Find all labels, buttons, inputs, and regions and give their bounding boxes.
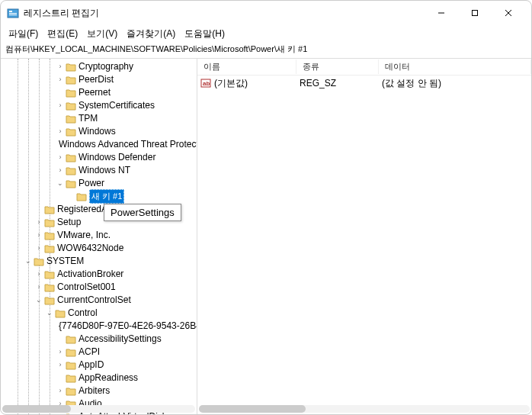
chevron-right-icon[interactable]: › [34, 216, 43, 229]
folder-icon [66, 387, 76, 396]
folder-icon [66, 153, 76, 162]
chevron-right-icon[interactable]: › [34, 268, 43, 281]
tree-item[interactable]: ›PeerDist [1, 73, 197, 86]
tree-item[interactable]: Windows Advanced Threat Protectic [1, 138, 197, 151]
chevron-right-icon[interactable]: › [56, 125, 65, 138]
close-button[interactable] [492, 2, 525, 24]
menu-favorites[interactable]: 즐겨찾기(A) [122, 26, 180, 42]
chevron-right-icon[interactable]: › [34, 281, 43, 294]
tree-item[interactable]: AppReadiness [1, 372, 197, 384]
chevron-right-icon[interactable]: › [56, 346, 65, 359]
folder-icon [66, 179, 76, 188]
chevron-down-icon[interactable]: ⌄ [45, 307, 54, 320]
tree-item-label: AppID [79, 359, 104, 372]
tree-item[interactable]: 새 키 #1 [1, 190, 197, 203]
tree-item[interactable]: Peernet [1, 86, 197, 99]
tree-item[interactable]: ⌄Power [1, 177, 197, 190]
column-type[interactable]: 종류 [296, 60, 379, 74]
chevron-down-icon[interactable]: ⌄ [24, 255, 33, 268]
minimize-button[interactable] [425, 2, 458, 24]
tree-item-label: SystemCertificates [79, 99, 155, 112]
menu-view[interactable]: 보기(V) [82, 26, 122, 42]
svg-rect-5 [473, 11, 478, 16]
tree-item[interactable]: ›Cryptography [1, 60, 197, 73]
tree-item-label: AppReadiness [79, 372, 138, 384]
folder-icon [44, 244, 55, 253]
tree-item[interactable]: {7746D80F-97E0-4E26-9543-26B4 [1, 320, 197, 333]
tree-item-label: VMware, Inc. [57, 229, 111, 242]
tree-item[interactable]: ›ActivationBroker [1, 268, 197, 281]
tree-item[interactable]: ›Arbiters [1, 384, 197, 397]
scrollbar-thumb[interactable] [2, 405, 71, 413]
tree-item-label: {7746D80F-97E0-4E26-9543-26B4 [59, 320, 197, 333]
tree-item[interactable]: ›VMware, Inc. [1, 229, 197, 242]
tree-item-rename-input[interactable]: 새 키 #1 [89, 189, 124, 204]
value-name: (기본값) [214, 77, 300, 90]
folder-icon [66, 166, 76, 175]
tree-item-label: AccessibilitySettings [79, 333, 162, 346]
tree-item-label: SYSTEM [46, 255, 84, 268]
tree-item[interactable]: ⌄CurrentControlSet [1, 294, 197, 307]
folder-icon [44, 283, 55, 292]
tree-item-label: ControlSet001 [57, 281, 116, 294]
tree-item-label: Peernet [79, 86, 111, 99]
folder-icon [66, 88, 76, 98]
folder-icon [66, 374, 76, 383]
list-horizontal-scrollbar[interactable] [199, 405, 530, 413]
chevron-right-icon[interactable]: › [34, 242, 43, 255]
tree-item[interactable]: ›ACPI [1, 346, 197, 359]
tree-item-label: Windows Defender [79, 151, 155, 164]
chevron-right-icon[interactable]: › [56, 359, 65, 372]
tree-item[interactable]: ›ControlSet001 [1, 281, 197, 294]
chevron-right-icon[interactable]: › [56, 73, 65, 86]
menubar: 파일(F) 편집(E) 보기(V) 즐겨찾기(A) 도움말(H) [1, 25, 531, 42]
tree-item-label: ActivationBroker [57, 268, 123, 281]
column-name[interactable]: 이름 [197, 60, 296, 74]
chevron-right-icon[interactable]: › [34, 229, 43, 242]
tree-item[interactable]: ›Windows Defender [1, 151, 197, 164]
chevron-right-icon[interactable]: › [56, 60, 65, 73]
tree-item-label: Cryptography [79, 60, 133, 73]
tree-item[interactable]: ›SystemCertificates [1, 99, 197, 112]
tree-item-label: PeerDist [79, 73, 114, 86]
svg-rect-2 [9, 13, 17, 14]
folder-icon [34, 257, 44, 266]
folder-icon [44, 205, 55, 214]
content-area: ›Cryptography›PeerDistPeernet›SystemCert… [1, 58, 531, 414]
chevron-right-icon[interactable]: › [56, 384, 65, 397]
tree-item[interactable]: ›AppID [1, 359, 197, 372]
menu-file[interactable]: 파일(F) [4, 26, 43, 42]
window-controls [425, 2, 525, 24]
tree-pane[interactable]: ›Cryptography›PeerDistPeernet›SystemCert… [1, 59, 197, 414]
tree-item-label: Setup [57, 216, 81, 229]
list-scrollbar-thumb[interactable] [199, 405, 306, 413]
menu-edit[interactable]: 편집(E) [43, 26, 82, 42]
tree-item[interactable]: TPM [1, 112, 197, 125]
tree-item[interactable]: ›Windows [1, 125, 197, 138]
maximize-button[interactable] [458, 2, 492, 24]
svg-rect-1 [9, 11, 12, 12]
column-data[interactable]: 데이터 [379, 60, 531, 74]
tree-item[interactable]: ⌄Control [1, 307, 197, 320]
horizontal-scrollbar[interactable] [2, 405, 195, 413]
chevron-right-icon[interactable]: › [56, 164, 65, 177]
value-row[interactable]: ab (기본값) REG_SZ (값 설정 안 됨) [197, 76, 531, 91]
chevron-right-icon[interactable]: › [56, 151, 65, 164]
regedit-icon [7, 7, 19, 19]
menu-help[interactable]: 도움말(H) [180, 26, 229, 42]
folder-icon [55, 309, 66, 318]
folder-icon [44, 296, 55, 305]
folder-icon [66, 348, 76, 357]
folder-icon [66, 76, 76, 85]
tree-item[interactable]: AccessibilitySettings [1, 333, 197, 346]
tree-item[interactable]: ›Windows NT [1, 164, 197, 177]
svg-rect-3 [9, 14, 17, 15]
folder-icon [76, 192, 87, 201]
chevron-right-icon[interactable]: › [56, 99, 65, 112]
tree-item[interactable]: ⌄SYSTEM [1, 255, 197, 268]
chevron-down-icon[interactable]: ⌄ [56, 177, 65, 190]
address-bar[interactable]: 컴퓨터\HKEY_LOCAL_MACHINE\SOFTWARE\Policies… [1, 42, 531, 58]
tree-item[interactable]: ›WOW6432Node [1, 242, 197, 255]
chevron-down-icon[interactable]: ⌄ [34, 294, 43, 307]
folder-icon [66, 127, 76, 137]
